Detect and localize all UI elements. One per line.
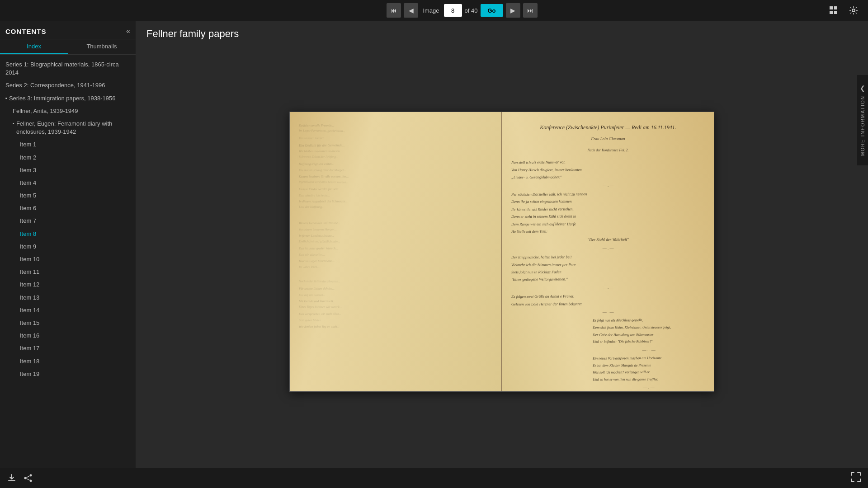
svg-line-9	[27, 479, 30, 480]
tree-item-label: Item 11	[20, 268, 130, 276]
right-page-text: Konference (Zwischenakte) Purimfeier — R…	[502, 112, 714, 391]
tree-item[interactable]: Item 10	[0, 253, 136, 266]
svg-point-4	[852, 9, 855, 12]
settings-button[interactable]	[846, 3, 861, 18]
main-content: CONTENTS « Index Thumbnails Series 1: Bi…	[0, 21, 868, 468]
sidebar-tree: Series 1: Biographical materials, 1865-c…	[0, 55, 136, 468]
tree-item[interactable]: Item 3	[0, 164, 136, 177]
top-bar: ⏮ ◀ Image of 40 Go ▶ ⏭	[0, 0, 868, 21]
svg-rect-2	[830, 11, 833, 14]
image-label: Image	[423, 7, 439, 14]
tree-expand-icon: ▪	[13, 121, 14, 126]
bottom-bar-left	[7, 474, 33, 483]
tree-item-label: Item 14	[20, 306, 130, 314]
tree-item-label: Fellner, Anita, 1939-1949	[13, 107, 130, 115]
tree-item-label: Item 10	[20, 255, 130, 263]
tree-item-label: Item 9	[20, 243, 130, 251]
settings-icon	[849, 6, 858, 15]
book-page-left: Dediziert an alle Freunde... Im Lager Fe…	[290, 112, 502, 391]
first-page-button[interactable]: ⏮	[387, 3, 401, 18]
tree-item-label: Fellner, Eugen: Ferramonti diary with en…	[16, 120, 130, 136]
sidebar-header: CONTENTS «	[0, 21, 136, 39]
tree-item[interactable]: ▪Fellner, Eugen: Ferramonti diary with e…	[0, 117, 136, 138]
go-button[interactable]: Go	[481, 4, 503, 17]
prev-page-button[interactable]: ◀	[404, 3, 418, 18]
page-title: Fellner family papers	[146, 28, 857, 40]
tree-item[interactable]: Item 8	[0, 228, 136, 240]
tree-item-label: Item 17	[20, 344, 130, 352]
sidebar-collapse-button[interactable]: «	[126, 27, 130, 35]
tree-item[interactable]: Item 19	[0, 368, 136, 380]
tree-item-label: Item 18	[20, 357, 130, 366]
tree-item[interactable]: Item 5	[0, 189, 136, 202]
tree-item-label: Item 1	[20, 141, 130, 149]
tree-item[interactable]: Item 2	[0, 151, 136, 164]
tree-item[interactable]: Series 1: Biographical materials, 1865-c…	[0, 58, 136, 79]
tree-item-label: Item 2	[20, 154, 130, 162]
tree-item[interactable]: Item 6	[0, 202, 136, 215]
tree-item[interactable]: Item 11	[0, 266, 136, 278]
page-number-input[interactable]	[444, 4, 462, 17]
tree-item[interactable]: Item 17	[0, 342, 136, 355]
tree-item[interactable]: Item 13	[0, 291, 136, 304]
sidebar-tabs: Index Thumbnails	[0, 39, 136, 55]
tree-item-label: Item 7	[20, 217, 130, 225]
tree-item[interactable]: Item 16	[0, 329, 136, 342]
total-pages-label: of 40	[465, 7, 478, 14]
tree-item[interactable]: Item 14	[0, 304, 136, 317]
sidebar-title: CONTENTS	[5, 28, 47, 35]
fullscreen-icon	[851, 472, 861, 482]
download-button[interactable]	[7, 474, 16, 483]
navigation-controls: ⏮ ◀ Image of 40 Go ▶ ⏭	[387, 3, 537, 18]
tree-item-label: Item 8	[20, 230, 130, 238]
tree-item[interactable]: Fellner, Anita, 1939-1949	[0, 105, 136, 117]
content-header: Fellner family papers	[136, 21, 868, 44]
more-info-label: MORE INFORMATION	[860, 95, 865, 156]
download-icon	[7, 474, 16, 483]
tree-item[interactable]: Series 2: Correspondence, 1941-1996	[0, 79, 136, 92]
top-bar-right	[826, 3, 861, 18]
tab-thumbnails[interactable]: Thumbnails	[68, 39, 136, 54]
tree-item-label: Series 1: Biographical materials, 1865-c…	[5, 61, 130, 77]
share-button[interactable]	[24, 474, 33, 483]
tree-item[interactable]: Item 18	[0, 355, 136, 368]
tree-item[interactable]: ▪Series 3: Immigration papers, 1938-1956	[0, 92, 136, 105]
svg-point-5	[30, 474, 32, 477]
share-icon	[24, 474, 33, 483]
svg-rect-1	[834, 6, 837, 9]
svg-line-8	[27, 476, 30, 478]
tree-item-label: Item 4	[20, 179, 130, 187]
fullscreen-button[interactable]	[851, 472, 861, 484]
tree-item-label: Item 5	[20, 192, 130, 200]
tree-expand-icon: ▪	[5, 95, 7, 101]
content-area: Fellner family papers Dediziert an alle …	[136, 21, 868, 468]
grid-icon	[829, 6, 838, 15]
left-page-text: Dediziert an alle Freunde... Im Lager Fe…	[290, 112, 501, 391]
tree-item[interactable]: Item 4	[0, 177, 136, 189]
tree-item-label: Item 13	[20, 294, 130, 302]
tab-index[interactable]: Index	[0, 39, 68, 54]
more-info-panel[interactable]: ❮ MORE INFORMATION	[857, 75, 868, 165]
next-page-button[interactable]: ▶	[506, 3, 520, 18]
image-viewer: Dediziert an alle Freunde... Im Lager Fe…	[136, 44, 868, 468]
tree-item[interactable]: Item 15	[0, 317, 136, 329]
tree-item-label: Item 12	[20, 281, 130, 289]
sidebar: CONTENTS « Index Thumbnails Series 1: Bi…	[0, 21, 136, 468]
bottom-bar	[0, 468, 868, 488]
svg-rect-0	[830, 6, 833, 9]
tree-item-label: Item 19	[20, 370, 130, 378]
tree-item[interactable]: Item 9	[0, 240, 136, 253]
tree-item[interactable]: Item 7	[0, 215, 136, 227]
tree-item-label: Item 6	[20, 204, 130, 212]
grid-view-button[interactable]	[826, 3, 841, 18]
more-info-chevron: ❮	[860, 84, 865, 92]
svg-rect-3	[834, 11, 837, 14]
book-page-right: Konference (Zwischenakte) Purimfeier — R…	[502, 112, 714, 391]
last-page-button[interactable]: ⏭	[523, 3, 538, 18]
tree-item-label: Series 3: Immigration papers, 1938-1956	[9, 94, 130, 103]
tree-item[interactable]: Item 1	[0, 138, 136, 151]
tree-item-label: Item 16	[20, 332, 130, 340]
tree-item-label: Item 15	[20, 319, 130, 327]
svg-point-7	[30, 480, 32, 482]
tree-item[interactable]: Item 12	[0, 278, 136, 291]
